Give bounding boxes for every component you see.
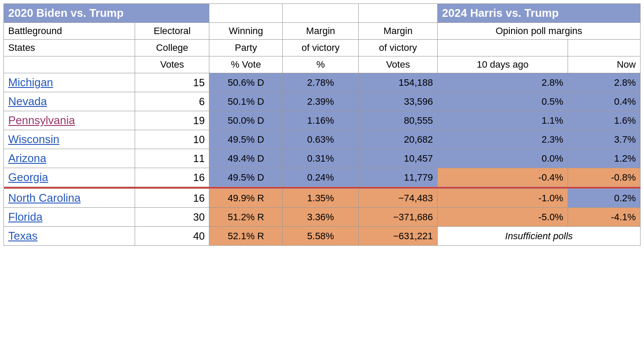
party-cell: 50.0% D (209, 111, 283, 130)
ev-cell: 40 (135, 227, 209, 246)
state-cell-michigan[interactable]: Michigan (4, 73, 135, 92)
col-votes: Votes (135, 56, 209, 73)
margin-votes-cell: 154,188 (359, 73, 438, 92)
table-row: Florida3051.2% R3.36%−371,686-5.0%-4.1% (4, 208, 641, 227)
col-empty-6 (4, 56, 135, 73)
poll-10-cell: -0.4% (438, 168, 568, 187)
state-cell-nevada[interactable]: Nevada (4, 92, 135, 111)
ev-cell: 16 (135, 168, 209, 187)
margin-votes-cell: −631,221 (359, 227, 438, 246)
poll-10-cell: 0.0% (438, 149, 568, 168)
poll-now-cell: 3.7% (568, 130, 640, 149)
margin-pct-cell: 0.63% (283, 130, 359, 149)
margin-votes-cell: 33,596 (359, 92, 438, 111)
table-row: Georgia1649.5% D0.24%11,779-0.4%-0.8% (4, 168, 641, 187)
poll-now-cell: 1.6% (568, 111, 640, 130)
poll-now-cell: 2.8% (568, 73, 640, 92)
table-body: Michigan1550.6% D2.78%154,1882.8%2.8%Nev… (4, 73, 641, 246)
ev-cell: 15 (135, 73, 209, 92)
col-votes2: Votes (359, 56, 438, 73)
margin-votes-cell: −74,483 (359, 189, 438, 208)
margin-votes-cell: 10,457 (359, 149, 438, 168)
header-empty-3 (359, 4, 438, 23)
header-2024: 2024 Harris vs. Trump (438, 4, 641, 23)
poll-10-cell: 1.1% (438, 111, 568, 130)
header-2020: 2020 Biden vs. Trump (4, 4, 209, 23)
table-row: North Carolina1649.9% R1.35%−74,483-1.0%… (4, 189, 641, 208)
col-winning: Winning (209, 23, 283, 40)
col-empty-4 (438, 40, 568, 56)
margin-votes-cell: 80,555 (359, 111, 438, 130)
col-margin-votes-h: Margin (359, 23, 438, 40)
ev-cell: 10 (135, 130, 209, 149)
party-cell: 49.9% R (209, 189, 283, 208)
state-cell-georgia[interactable]: Georgia (4, 168, 135, 187)
header-empty-2 (283, 4, 359, 23)
ev-cell: 16 (135, 189, 209, 208)
col-pct-vote: % Vote (209, 56, 283, 73)
poll-10-cell: -1.0% (438, 189, 568, 208)
table-row: Michigan1550.6% D2.78%154,1882.8%2.8% (4, 73, 641, 92)
party-cell: 50.1% D (209, 92, 283, 111)
poll-10-cell: 0.5% (438, 92, 568, 111)
col-electoral: Electoral (135, 23, 209, 40)
poll-10-cell: 2.8% (438, 73, 568, 92)
ev-cell: 11 (135, 149, 209, 168)
table-row: Arizona1149.4% D0.31%10,4570.0%1.2% (4, 149, 641, 168)
ev-cell: 30 (135, 208, 209, 227)
col-empty-5 (568, 40, 640, 56)
header-empty-1 (209, 4, 283, 23)
party-cell: 52.1% R (209, 227, 283, 246)
state-cell-north-carolina[interactable]: North Carolina (4, 189, 135, 208)
margin-pct-cell: 0.31% (283, 149, 359, 168)
col-margin-pct-h: Margin (283, 23, 359, 40)
col-battleground: Battleground (4, 23, 135, 40)
ev-cell: 19 (135, 111, 209, 130)
state-cell-wisconsin[interactable]: Wisconsin (4, 130, 135, 149)
poll-now-cell: 0.4% (568, 92, 640, 111)
margin-pct-cell: 2.39% (283, 92, 359, 111)
col-of-victory-pct: of victory (283, 40, 359, 56)
party-cell: 50.6% D (209, 73, 283, 92)
ev-cell: 6 (135, 92, 209, 111)
state-cell-florida[interactable]: Florida (4, 208, 135, 227)
poll-insufficient: Insufficient polls (438, 227, 641, 246)
table-row: Wisconsin1049.5% D0.63%20,6822.3%3.7% (4, 130, 641, 149)
col-now: Now (568, 56, 640, 73)
col-party-label: Party (209, 40, 283, 56)
party-cell: 49.4% D (209, 149, 283, 168)
col-states: States (4, 40, 135, 56)
margin-votes-cell: −371,686 (359, 208, 438, 227)
col-of-victory-votes: of victory (359, 40, 438, 56)
poll-now-cell: 1.2% (568, 149, 640, 168)
poll-10-cell: 2.3% (438, 130, 568, 149)
table-row: Texas4052.1% R5.58%−631,221Insufficient … (4, 227, 641, 246)
margin-pct-cell: 3.36% (283, 208, 359, 227)
col-opinion-poll: Opinion poll margins (438, 23, 641, 40)
col-ten-days: 10 days ago (438, 56, 568, 73)
party-cell: 51.2% R (209, 208, 283, 227)
poll-now-cell: -4.1% (568, 208, 640, 227)
poll-now-cell: -0.8% (568, 168, 640, 187)
state-cell-texas[interactable]: Texas (4, 227, 135, 246)
margin-pct-cell: 1.16% (283, 111, 359, 130)
poll-now-cell: 0.2% (568, 189, 640, 208)
margin-pct-cell: 5.58% (283, 227, 359, 246)
margin-pct-cell: 1.35% (283, 189, 359, 208)
party-cell: 49.5% D (209, 168, 283, 187)
col-pct: % (283, 56, 359, 73)
margin-votes-cell: 20,682 (359, 130, 438, 149)
table-row: Pennsylvania1950.0% D1.16%80,5551.1%1.6% (4, 111, 641, 130)
main-container: 2020 Biden vs. Trump 2024 Harris vs. Tru… (0, 0, 644, 350)
party-cell: 49.5% D (209, 130, 283, 149)
state-cell-arizona[interactable]: Arizona (4, 149, 135, 168)
poll-10-cell: -5.0% (438, 208, 568, 227)
margin-pct-cell: 0.24% (283, 168, 359, 187)
margin-pct-cell: 2.78% (283, 73, 359, 92)
margin-votes-cell: 11,779 (359, 168, 438, 187)
col-college: College (135, 40, 209, 56)
election-table: 2020 Biden vs. Trump 2024 Harris vs. Tru… (3, 3, 641, 246)
table-row: Nevada650.1% D2.39%33,5960.5%0.4% (4, 92, 641, 111)
state-cell-pennsylvania[interactable]: Pennsylvania (4, 111, 135, 130)
